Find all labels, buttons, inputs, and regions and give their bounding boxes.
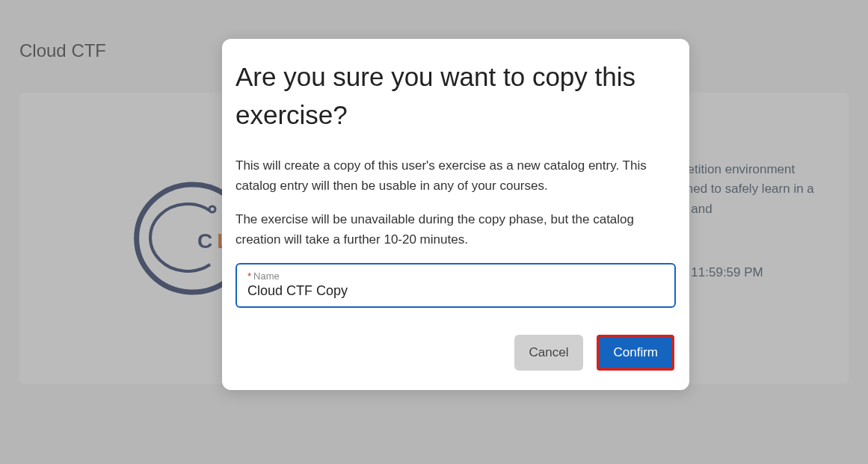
name-input-label: *Name: [247, 270, 664, 282]
modal-actions: Cancel Confirm: [236, 335, 676, 371]
confirm-button-highlight: Confirm: [597, 335, 674, 371]
cancel-button[interactable]: Cancel: [514, 335, 584, 371]
name-input[interactable]: [247, 283, 664, 299]
svg-point-2: [209, 206, 215, 212]
required-marker: *: [247, 270, 251, 282]
confirm-button[interactable]: Confirm: [600, 338, 671, 368]
modal-body-p2: The exercise will be unavailable during …: [236, 209, 676, 250]
modal-body: This will create a copy of this user's e…: [236, 155, 676, 250]
copy-exercise-modal: Are you sure you want to copy this exerc…: [222, 39, 689, 390]
name-label-text: Name: [253, 270, 280, 282]
name-input-wrap[interactable]: *Name: [236, 263, 676, 308]
modal-body-p1: This will create a copy of this user's e…: [236, 155, 676, 196]
modal-title: Are you sure you want to copy this exerc…: [236, 58, 676, 142]
